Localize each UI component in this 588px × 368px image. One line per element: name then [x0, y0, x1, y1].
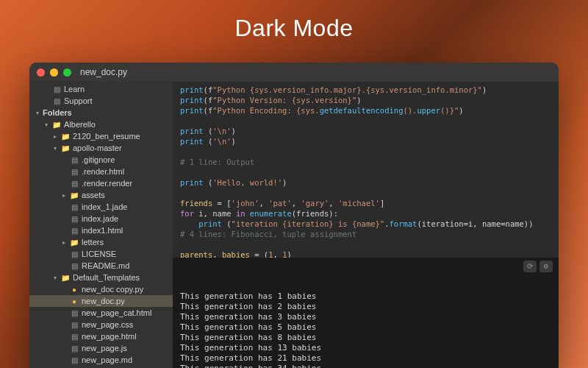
sidebar-file[interactable]: ▸▤Support [29, 95, 173, 107]
sidebar-file[interactable]: ▸▤new_page.js [29, 342, 173, 354]
sidebar-item-label: Alberello [64, 120, 96, 129]
python-icon: ● [69, 286, 79, 294]
chevron-right-icon: ▸ [60, 239, 68, 246]
folder-icon: 📁 [69, 238, 79, 247]
sidebar-file[interactable]: ▸▤.render.html [29, 166, 173, 177]
sidebar-item-label: Default_Templates [73, 273, 140, 282]
code-line [180, 116, 551, 126]
titlebar[interactable]: new_doc.py [29, 63, 559, 82]
sidebar-file[interactable]: ▸▤index1.html [29, 224, 173, 236]
code-line: print ('Hello, world!') [180, 177, 551, 188]
sidebar-item-label: assets [82, 191, 105, 199]
sidebar-file[interactable]: ▸▤.render.render [29, 177, 173, 189]
sidebar-item-label: apollo-master [73, 144, 122, 152]
sidebar-item-label: new_doc.py [82, 297, 125, 305]
file-icon: ▤ [69, 321, 79, 329]
chevron-down-icon: ▾ [43, 121, 50, 128]
file-icon: ▤ [69, 309, 79, 317]
code-line: print(f"Python {sys.version_info.major}.… [180, 85, 551, 95]
code-line: print(f"Python Encoding: {sys.getdefault… [180, 105, 551, 116]
file-icon: ▤ [69, 215, 79, 223]
sidebar-item-label: Folders [43, 108, 72, 117]
sidebar-file[interactable]: ▸▤new_page.html [29, 330, 173, 342]
sidebar-item-label: index.jade [82, 214, 118, 223]
console-line: This generation has 13 babies [180, 343, 551, 353]
folder-icon: 📁 [60, 144, 71, 152]
folder-icon: 📁 [60, 132, 71, 141]
zoom-icon[interactable] [63, 68, 71, 77]
sidebar-file[interactable]: ▸▤index_1.jade [29, 201, 173, 213]
python-icon: ● [69, 297, 79, 305]
code-editor[interactable]: print(f"Python {sys.version_info.major}.… [173, 82, 559, 258]
sidebar-folder[interactable]: ▾📁Default_Templates [29, 272, 173, 283]
sidebar-folder[interactable]: ▾📁Alberello [29, 118, 173, 130]
sidebar-item-label: new_page.js [82, 344, 127, 353]
sidebar-file[interactable]: ▸▤index.jade [29, 213, 173, 224]
chevron-down-icon: ▾ [34, 110, 41, 116]
console-line: This generation has 8 babies [180, 333, 551, 343]
file-icon: ▤ [51, 97, 62, 105]
code-line [180, 146, 551, 157]
sidebar-item-label: LICENSE [82, 250, 116, 258]
code-line [180, 167, 551, 177]
console-line: This generation has 1 babies [180, 291, 551, 302]
sidebar-file[interactable]: ▸▤new_page.md [29, 354, 173, 366]
code-line: print ("iteration {iteration} is {name}"… [180, 219, 551, 229]
console-line: This generation has 21 babies [180, 353, 551, 364]
code-line: friends = ['john', 'pat', 'gary', 'micha… [180, 198, 551, 208]
sidebar-item-label: .render.html [82, 167, 124, 176]
folder-icon: 📁 [51, 121, 62, 129]
sidebar-item-label: new_page.html [82, 332, 137, 341]
code-line [180, 239, 551, 250]
close-icon[interactable] [37, 68, 45, 77]
sidebar-item-label: .render.render [82, 179, 132, 188]
sidebar-item-label: .gitignore [82, 155, 115, 164]
file-icon: ▤ [69, 333, 79, 341]
code-line: print(f"Python Version: {sys.version}") [180, 95, 551, 105]
sidebar-item-label: README.md [82, 261, 129, 270]
sidebar-item-label: new_doc copy.py [82, 285, 143, 294]
window-controls [37, 68, 71, 77]
chevron-down-icon: ▾ [51, 275, 59, 281]
reload-icon[interactable]: ⟳ [523, 261, 537, 272]
gear-icon[interactable]: ⚙ [539, 261, 553, 272]
sidebar-folder[interactable]: ▸📁assets [29, 189, 173, 201]
file-icon: ▤ [69, 250, 79, 258]
minimize-icon[interactable] [50, 68, 58, 77]
folder-icon: 📁 [60, 274, 71, 282]
sidebar-item-label: index1.html [82, 226, 123, 235]
sidebar-item-label: new_page.md [82, 355, 132, 364]
sidebar: ▸▤Learn▸▤Support▾Folders▾📁Alberello▸📁212… [29, 82, 173, 368]
sidebar-file[interactable]: ▸▤README.md [29, 260, 173, 272]
editor-area: print(f"Python {sys.version_info.major}.… [173, 82, 559, 368]
console-line: This generation has 34 babies [180, 364, 551, 368]
window-title: new_doc.py [80, 67, 127, 77]
sidebar-item-label: 2120_ben_resume [73, 132, 140, 141]
sidebar-file[interactable]: ▸▤Learn [29, 83, 173, 95]
sidebar-folder[interactable]: ▸📁letters [29, 236, 173, 248]
sidebar-item-label: new_page_cat.html [82, 308, 151, 317]
folder-icon: 📁 [69, 191, 79, 199]
code-line: print ('\n') [180, 136, 551, 146]
code-line [180, 188, 551, 198]
output-console[interactable]: ⟳ ⚙ This generation has 1 babiesThis gen… [173, 258, 559, 368]
page-title: Dark Mode [0, 15, 588, 42]
sidebar-item-label: new_page.css [82, 320, 133, 329]
file-icon: ▤ [69, 227, 79, 235]
file-icon: ▤ [69, 168, 79, 176]
chevron-right-icon: ▸ [51, 133, 59, 140]
sidebar-folder[interactable]: ▸📁2120_ben_resume [29, 130, 173, 142]
sidebar-file[interactable]: ▸▤LICENSE [29, 248, 173, 260]
sidebar-file[interactable]: ▸▤new_page.css [29, 319, 173, 330]
file-icon: ▤ [69, 180, 79, 188]
file-icon: ▤ [69, 262, 79, 270]
console-line: This generation has 2 babies [180, 302, 551, 312]
console-line: This generation has 5 babies [180, 322, 551, 333]
editor-window: new_doc.py ▸▤Learn▸▤Support▾Folders▾📁Alb… [29, 63, 559, 368]
sidebar-file[interactable]: ▸●new_doc.py [29, 295, 173, 307]
sidebar-header[interactable]: ▾Folders [29, 107, 173, 118]
sidebar-file[interactable]: ▸▤.gitignore [29, 154, 173, 166]
sidebar-file[interactable]: ▸●new_doc copy.py [29, 283, 173, 295]
sidebar-file[interactable]: ▸▤new_page_cat.html [29, 307, 173, 319]
sidebar-folder[interactable]: ▾📁apollo-master [29, 142, 173, 154]
